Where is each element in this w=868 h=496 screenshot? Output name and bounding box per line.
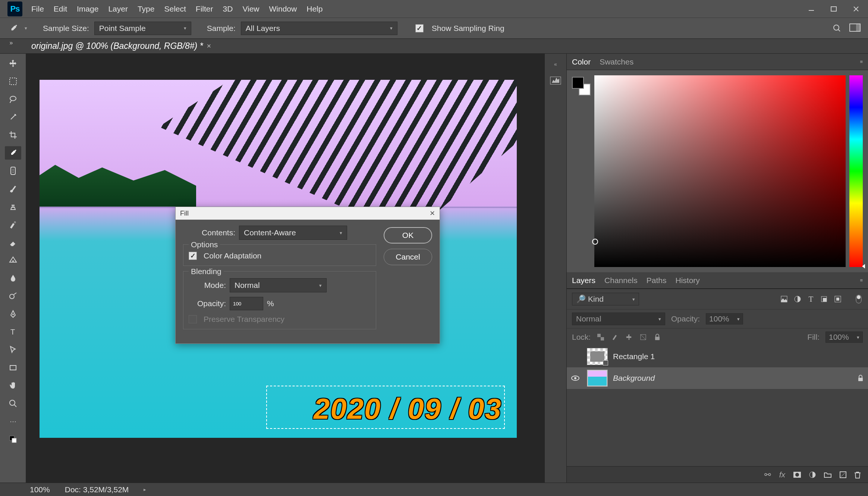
path-selection-tool[interactable] — [5, 343, 21, 357]
lock-transparency-icon[interactable] — [597, 333, 605, 341]
pen-tool[interactable] — [5, 307, 21, 321]
crop-tool[interactable] — [5, 128, 21, 142]
menu-layer[interactable]: Layer — [108, 4, 128, 13]
edit-toolbar-icon[interactable] — [5, 433, 21, 446]
status-menu-icon[interactable]: ▸ — [144, 487, 146, 492]
lock-pixels-icon[interactable] — [611, 333, 619, 341]
lasso-tool[interactable] — [5, 92, 21, 106]
layer-item-rectangle[interactable]: Rectangle 1 — [567, 346, 868, 367]
menu-3d[interactable]: 3D — [223, 4, 233, 13]
layer-thumbnail[interactable] — [587, 370, 608, 387]
filter-toggle-switch[interactable] — [855, 295, 863, 303]
filter-shape-icon[interactable] — [820, 295, 828, 303]
current-tool-eyedropper-icon[interactable] — [7, 22, 19, 34]
link-layers-icon[interactable]: ⚯ — [764, 470, 771, 479]
tab-color[interactable]: Color — [572, 57, 591, 66]
tab-layers[interactable]: Layers — [572, 276, 595, 285]
clone-stamp-tool[interactable] — [5, 200, 21, 213]
lock-all-icon[interactable] — [653, 333, 661, 341]
workspace-switcher-icon[interactable] — [849, 23, 861, 33]
brush-tool[interactable] — [5, 182, 21, 195]
type-tool[interactable]: T — [5, 325, 21, 339]
minimize-button[interactable] — [804, 3, 819, 15]
contents-select[interactable]: Content-Aware ▾ — [239, 226, 347, 240]
foreground-color-swatch[interactable] — [572, 77, 584, 89]
layer-effects-icon[interactable]: fx — [779, 470, 785, 479]
healing-brush-tool[interactable] — [5, 164, 21, 178]
tab-swatches[interactable]: Swatches — [600, 57, 633, 66]
menu-image[interactable]: Image — [77, 4, 98, 13]
histogram-panel-icon[interactable] — [550, 75, 562, 87]
filter-pixel-icon[interactable] — [780, 295, 788, 303]
sample-size-select[interactable]: Point Sample ▾ — [94, 22, 191, 35]
blur-tool[interactable] — [5, 271, 21, 285]
sample-select[interactable]: All Layers ▾ — [241, 22, 397, 35]
blend-mode-select[interactable]: Normal ▾ — [572, 313, 665, 325]
history-brush-tool[interactable] — [5, 218, 21, 231]
panel-expand-icon[interactable]: « — [554, 61, 557, 67]
menu-edit[interactable]: Edit — [54, 4, 67, 13]
color-adaptation-checkbox[interactable] — [189, 252, 197, 260]
layer-visibility-toggle[interactable] — [571, 375, 582, 381]
color-picker-cursor[interactable] — [592, 239, 598, 245]
magic-wand-tool[interactable] — [5, 110, 21, 124]
eyedropper-tool[interactable] — [5, 146, 21, 160]
layer-thumbnail[interactable] — [587, 348, 608, 365]
filter-smartobject-icon[interactable] — [834, 295, 842, 303]
layer-item-background[interactable]: Background — [567, 367, 868, 389]
layer-group-icon[interactable] — [824, 472, 831, 478]
color-field[interactable] — [594, 75, 846, 267]
close-button[interactable] — [849, 3, 864, 15]
hue-slider[interactable] — [849, 75, 863, 267]
layer-name[interactable]: Background — [613, 374, 852, 383]
dialog-titlebar[interactable]: Fill ✕ — [176, 207, 440, 220]
zoom-tool[interactable] — [5, 397, 21, 410]
hue-cursor-icon[interactable] — [862, 264, 865, 269]
menu-type[interactable]: Type — [138, 4, 155, 13]
mode-select[interactable]: Normal ▾ — [230, 278, 327, 292]
tool-preset-dropdown[interactable]: ▾ — [25, 25, 27, 31]
document-tab[interactable]: original.jpg @ 100% (Background, RGB/8#)… — [26, 39, 216, 53]
menu-file[interactable]: File — [31, 4, 44, 13]
delete-layer-icon[interactable] — [855, 471, 861, 478]
menu-view[interactable]: View — [242, 4, 259, 13]
show-sampling-ring-checkbox[interactable] — [415, 24, 424, 32]
panel-menu-icon[interactable]: ≡ — [860, 59, 863, 65]
tab-history[interactable]: History — [675, 276, 699, 285]
eraser-tool[interactable] — [5, 236, 21, 249]
cancel-button[interactable]: Cancel — [384, 249, 432, 265]
rectangle-tool[interactable] — [5, 361, 21, 374]
dodge-tool[interactable] — [5, 289, 21, 303]
foreground-background-swatches[interactable] — [572, 77, 591, 95]
lock-artboard-icon[interactable] — [639, 333, 647, 341]
doc-size[interactable]: Doc: 3,52M/3,52M — [65, 485, 129, 494]
more-tools-icon[interactable]: ⋯ — [5, 415, 21, 428]
hand-tool[interactable] — [5, 379, 21, 392]
move-tool[interactable] — [5, 57, 21, 70]
menu-select[interactable]: Select — [164, 4, 186, 13]
marquee-tool[interactable] — [5, 75, 21, 88]
tab-close-icon[interactable]: × — [207, 42, 211, 50]
layer-mask-icon[interactable] — [793, 472, 801, 478]
opacity-input[interactable]: 100% ▾ — [706, 313, 743, 324]
menu-filter[interactable]: Filter — [196, 4, 213, 13]
adjustment-layer-icon[interactable] — [809, 471, 816, 478]
panel-menu-icon[interactable]: ≡ — [860, 277, 863, 283]
menu-window[interactable]: Window — [269, 4, 297, 13]
tab-channels[interactable]: Channels — [604, 276, 638, 285]
maximize-button[interactable] — [826, 3, 841, 15]
gradient-tool[interactable] — [5, 254, 21, 267]
new-layer-icon[interactable] — [840, 471, 846, 478]
zoom-level[interactable]: 100% — [30, 485, 50, 494]
expand-toolbar-icon[interactable]: » — [4, 40, 19, 46]
menu-help[interactable]: Help — [306, 4, 323, 13]
tab-paths[interactable]: Paths — [647, 276, 667, 285]
dialog-opacity-input[interactable] — [230, 297, 263, 310]
search-icon[interactable] — [832, 23, 842, 33]
layer-name[interactable]: Rectangle 1 — [613, 352, 864, 361]
filter-adjustment-icon[interactable] — [793, 295, 802, 303]
lock-position-icon[interactable] — [625, 333, 633, 341]
fill-input[interactable]: 100% ▾ — [825, 332, 863, 343]
dialog-close-icon[interactable]: ✕ — [430, 209, 435, 217]
ok-button[interactable]: OK — [384, 227, 432, 244]
